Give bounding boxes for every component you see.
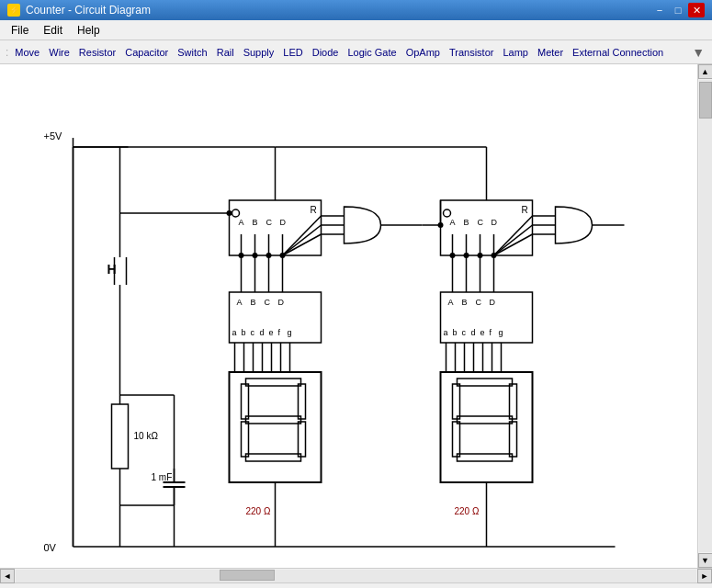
vertical-scrollbar[interactable]: ▲ ▼ (697, 64, 712, 568)
svg-text:C: C (478, 218, 484, 227)
svg-text:e: e (480, 328, 485, 337)
svg-rect-26 (230, 200, 322, 255)
svg-text:0V: 0V (44, 542, 57, 553)
svg-rect-0 (18, 64, 680, 568)
tool-led[interactable]: LED (278, 45, 307, 60)
svg-text:D: D (490, 298, 496, 307)
tool-lamp[interactable]: Lamp (498, 45, 533, 60)
menu-file[interactable]: File (4, 22, 36, 39)
svg-text:b: b (453, 328, 458, 337)
menu-help[interactable]: Help (70, 22, 107, 39)
tool-wire[interactable]: Wire (44, 45, 74, 60)
svg-text:d: d (260, 328, 265, 337)
svg-rect-12 (112, 404, 129, 469)
toolbar: : Move Wire Resistor Capacitor Switch Ra… (0, 40, 712, 64)
title-bar: ⚡ Counter - Circuit Diagram − □ ✕ (0, 0, 712, 20)
scroll-up-button[interactable]: ▲ (698, 64, 713, 79)
tool-resistor[interactable]: Resistor (74, 45, 120, 60)
tool-diode[interactable]: Diode (308, 45, 344, 60)
scroll-track-vertical[interactable] (699, 80, 712, 552)
svg-text:B: B (253, 218, 258, 227)
svg-text:220 Ω: 220 Ω (455, 506, 480, 516)
circuit-diagram: +5V 0V H 10 kΩ (0, 64, 697, 568)
svg-text:R: R (311, 205, 317, 215)
tool-supply[interactable]: Supply (239, 45, 279, 60)
tool-rail[interactable]: Rail (212, 45, 239, 60)
svg-text:c: c (251, 328, 255, 337)
menu-bar: File Edit Help (0, 20, 712, 40)
svg-text:1 mF: 1 mF (152, 472, 173, 482)
close-button[interactable]: ✕ (688, 3, 705, 17)
maximize-button[interactable]: □ (670, 3, 686, 17)
svg-text:e: e (269, 328, 274, 337)
svg-text:A: A (450, 218, 456, 227)
svg-text:D: D (278, 298, 285, 307)
window-title: Counter - Circuit Diagram (26, 4, 151, 17)
svg-rect-105 (441, 372, 533, 482)
svg-text:D: D (492, 218, 498, 227)
svg-text:a: a (444, 328, 448, 337)
scroll-right-button[interactable]: ► (697, 569, 712, 583)
svg-text:B: B (464, 218, 469, 227)
svg-point-126 (227, 210, 232, 216)
svg-text:R: R (522, 205, 528, 215)
svg-text:B: B (462, 298, 468, 307)
tool-meter[interactable]: Meter (533, 45, 568, 60)
tool-logic-gate[interactable]: Logic Gate (343, 45, 401, 60)
svg-text:C: C (476, 298, 482, 307)
svg-point-124 (438, 222, 444, 228)
svg-rect-57 (230, 372, 322, 482)
svg-rect-74 (441, 200, 533, 255)
tool-switch[interactable]: Switch (173, 45, 211, 60)
svg-text:+5V: +5V (44, 130, 63, 141)
svg-text:10 kΩ: 10 kΩ (134, 431, 159, 441)
svg-text:H: H (107, 262, 117, 277)
svg-text:A: A (237, 298, 243, 307)
svg-text:A: A (448, 298, 454, 307)
svg-text:D: D (280, 218, 287, 227)
svg-text:A: A (239, 218, 244, 227)
svg-text:a: a (232, 328, 237, 337)
svg-text:220 Ω: 220 Ω (246, 506, 271, 516)
canvas-area[interactable]: +5V 0V H 10 kΩ (0, 64, 697, 568)
svg-text:B: B (251, 298, 256, 307)
tool-opamp[interactable]: OpAmp (401, 45, 445, 60)
svg-text:b: b (242, 328, 246, 337)
svg-text:g: g (499, 328, 503, 337)
tool-move[interactable]: Move (10, 45, 44, 60)
main-area: +5V 0V H 10 kΩ (0, 64, 712, 568)
menu-edit[interactable]: Edit (36, 22, 70, 39)
status-bar: Ready Circuit Diagram 0.6.0.0 Beta (0, 582, 712, 588)
svg-text:d: d (471, 328, 476, 337)
scroll-left-button[interactable]: ◄ (0, 569, 15, 583)
toolbar-expand-icon[interactable]: ▼ (692, 45, 708, 60)
tool-capacitor[interactable]: Capacitor (120, 45, 173, 60)
svg-text:g: g (288, 328, 292, 337)
scroll-thumb-vertical[interactable] (699, 82, 712, 119)
app-icon: ⚡ (7, 4, 20, 17)
scroll-down-button[interactable]: ▼ (698, 553, 713, 568)
toolbar-separator-1: : (4, 46, 10, 59)
svg-text:c: c (462, 328, 467, 337)
svg-text:C: C (265, 298, 271, 307)
tool-transistor[interactable]: Transistor (445, 45, 499, 60)
tool-external-connection[interactable]: External Connection (568, 45, 668, 60)
minimize-button[interactable]: − (651, 3, 668, 17)
svg-text:C: C (266, 218, 273, 227)
scroll-thumb-horizontal[interactable] (220, 570, 275, 581)
scroll-track-horizontal[interactable] (16, 570, 696, 582)
horizontal-scrollbar-bar: ◄ ► (0, 568, 712, 582)
